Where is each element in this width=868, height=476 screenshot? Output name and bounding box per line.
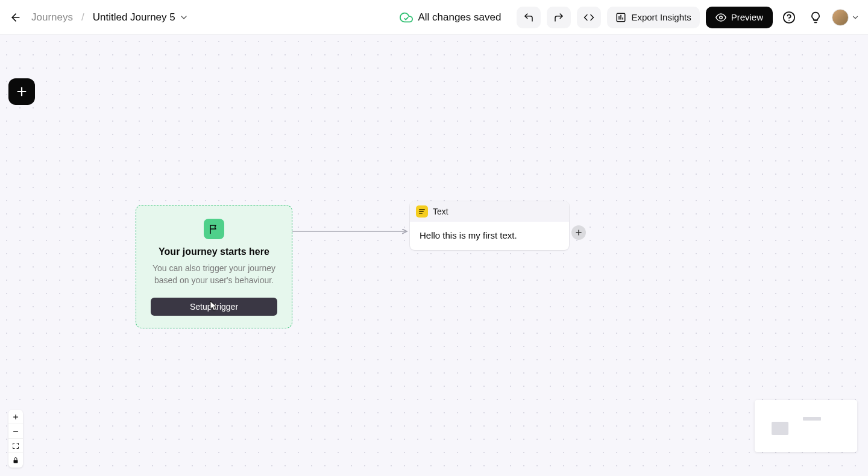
start-card-title: Your journey starts here (159, 246, 269, 257)
save-status-text: All changes saved (418, 11, 501, 23)
text-node[interactable]: Text Hello this is my first text. (410, 201, 569, 250)
svg-rect-16 (14, 460, 18, 463)
header-right: All changes saved Export Insights Previe… (400, 7, 860, 28)
code-icon (583, 12, 594, 23)
zoom-out-button[interactable] (8, 424, 23, 439)
app-header: Journeys / Untitled Journey 5 All change… (0, 0, 868, 35)
text-block-icon (416, 205, 428, 218)
code-button[interactable] (577, 7, 601, 28)
fit-screen-icon (12, 442, 19, 449)
setup-trigger-button[interactable]: Setup trigger (151, 298, 277, 316)
svg-point-5 (719, 16, 722, 19)
flag-icon (209, 224, 219, 234)
journey-title: Untitled Journey 5 (93, 11, 175, 23)
back-button[interactable] (8, 10, 23, 25)
user-menu[interactable] (832, 9, 860, 26)
breadcrumb-current[interactable]: Untitled Journey 5 (93, 11, 189, 23)
start-card-subtitle: You can also trigger your journey based … (146, 262, 282, 287)
avatar (832, 9, 849, 26)
save-status: All changes saved (400, 11, 501, 24)
plus-icon (15, 85, 28, 98)
undo-icon (523, 12, 534, 23)
text-node-content: Hello this is my first text. (410, 222, 569, 250)
journey-start-card[interactable]: Your journey starts here You can also tr… (136, 205, 292, 328)
help-button[interactable] (779, 7, 799, 28)
chevron-down-icon (851, 13, 860, 22)
redo-icon (553, 12, 564, 23)
back-arrow-icon (10, 11, 22, 23)
breadcrumb-separator: / (81, 11, 84, 23)
preview-button[interactable]: Preview (706, 7, 773, 28)
minimap-start-node (772, 422, 788, 435)
export-insights-button[interactable]: Export Insights (607, 7, 699, 28)
redo-button[interactable] (547, 7, 571, 28)
zoom-in-button[interactable] (8, 410, 23, 424)
help-icon (782, 11, 796, 24)
add-node-button[interactable] (8, 78, 35, 105)
flag-badge (204, 219, 224, 239)
text-node-header: Text (410, 201, 569, 222)
lock-canvas-button[interactable] (8, 453, 23, 468)
plus-icon (574, 228, 583, 237)
cloud-check-icon (400, 11, 413, 24)
chevron-down-icon (179, 13, 189, 22)
chart-icon (615, 12, 626, 23)
zoom-in-icon (12, 413, 19, 421)
add-next-node-button[interactable] (571, 225, 586, 240)
fit-screen-button[interactable] (8, 439, 23, 453)
zoom-out-icon (12, 428, 19, 435)
breadcrumb: Journeys / Untitled Journey 5 (31, 11, 189, 23)
hints-button[interactable] (805, 7, 826, 28)
undo-button[interactable] (517, 7, 541, 28)
lock-icon (12, 457, 19, 464)
eye-icon (715, 12, 726, 23)
minimap[interactable] (755, 400, 857, 452)
breadcrumb-root[interactable]: Journeys (31, 11, 73, 23)
text-node-label: Text (433, 207, 448, 216)
node-connector (292, 225, 413, 237)
preview-label: Preview (731, 12, 763, 22)
canvas[interactable]: Your journey starts here You can also tr… (0, 35, 868, 476)
minimap-text-node (803, 417, 821, 421)
export-insights-label: Export Insights (631, 12, 691, 22)
header-left: Journeys / Untitled Journey 5 (8, 10, 189, 25)
zoom-controls (8, 410, 23, 468)
lightbulb-icon (810, 11, 822, 23)
